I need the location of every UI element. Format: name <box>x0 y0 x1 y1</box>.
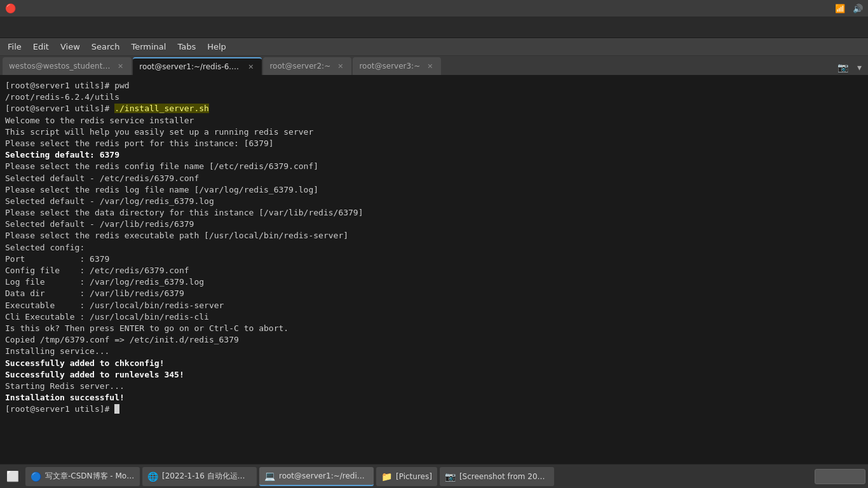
terminal-line: Welcome to the redis service installer <box>5 115 863 126</box>
volume-icon[interactable]: 🔊 <box>853 4 863 13</box>
terminal-line: Please select the redis log file name [/… <box>5 184 863 196</box>
terminal-line: Is this ok? Then press ENTER to go on or… <box>5 323 863 334</box>
applications-menu[interactable]: 🔴 <box>5 3 20 13</box>
tab-label: westos@westos_student73:~/Deskt... <box>9 62 111 71</box>
taskbar-item[interactable]: 💻root@server1:~/redis-6.2... <box>259 467 374 486</box>
terminal-line: /root/redis-6.2.4/utils <box>5 92 863 103</box>
taskbar-item[interactable]: 📁[Pictures] <box>376 467 437 486</box>
menu-item-search[interactable]: Search <box>86 40 125 53</box>
menu-bar: FileEditViewSearchTerminalTabsHelp <box>0 38 868 56</box>
terminal-line: [root@server1 utils]# ./install_server.s… <box>5 103 863 114</box>
taskbar: ⬜ 🔵写文章-CSDN博客 - Mozilla...🌐[2022-1-16 自动… <box>0 464 868 488</box>
tab-close-tab3[interactable]: ✕ <box>336 62 345 71</box>
restore-button[interactable] <box>845 26 853 29</box>
terminal-line: [root@server1 utils]# <box>5 403 863 415</box>
tab-tab1[interactable]: westos@westos_student73:~/Deskt...✕ <box>3 57 132 75</box>
terminal-line: This script will help you easily set up … <box>5 126 863 138</box>
taskbar-icon: 📁 <box>381 471 392 482</box>
menu-item-edit[interactable]: Edit <box>28 40 54 53</box>
taskbar-icon: 🌐 <box>147 471 158 482</box>
terminal-line: Installing service... <box>5 346 863 357</box>
tab-scroll-button[interactable]: ▾ <box>853 61 865 75</box>
tab-tab3[interactable]: root@server2:~✕ <box>263 57 351 75</box>
taskbar-icon: 📷 <box>445 471 456 482</box>
terminal-line: Selected default - /etc/redis/6379.conf <box>5 173 863 184</box>
terminal-line: Data dir : /var/lib/redis/6379 <box>5 288 863 299</box>
terminal-line: Port : 6379 <box>5 254 863 265</box>
menu-item-terminal[interactable]: Terminal <box>126 40 171 53</box>
terminal-line: Selecting default: 6379 <box>5 149 863 161</box>
top-bar-right: 📶 🔊 <box>820 4 863 13</box>
tab-close-tab1[interactable]: ✕ <box>116 62 125 71</box>
taskbar-label: [Pictures] <box>396 472 432 481</box>
terminal-line: Please select the redis executable path … <box>5 230 863 241</box>
terminal-line: Selected default - /var/log/redis_6379.l… <box>5 196 863 207</box>
close-button[interactable] <box>855 26 863 29</box>
show-desktop-button[interactable]: ⬜ <box>3 469 23 484</box>
terminal-line: Selected config: <box>5 242 863 254</box>
terminal-line: Cli Executable : /usr/local/bin/redis-cl… <box>5 311 863 323</box>
terminal-line: Starting Redis server... <box>5 381 863 392</box>
tab-close-tab2[interactable]: ✕ <box>246 62 255 72</box>
menu-item-view[interactable]: View <box>55 40 85 53</box>
fedora-icon: 🔴 <box>5 3 16 13</box>
terminal-line: Installation successful! <box>5 392 863 403</box>
terminal-line: Successfully added to chkconfig! <box>5 358 863 369</box>
title-bar <box>0 17 868 38</box>
tab-tab4[interactable]: root@server3:~✕ <box>353 57 441 75</box>
taskbar-item[interactable]: 🌐[2022-1-16 自动化运维课... <box>142 467 257 486</box>
menu-item-file[interactable]: File <box>3 40 27 53</box>
network-icon[interactable]: 📶 <box>835 4 845 13</box>
taskbar-item[interactable]: 📷[Screenshot from 2022-01-... <box>440 467 554 486</box>
top-system-bar: 🔴 📶 🔊 <box>0 0 868 17</box>
taskbar-label: [2022-1-16 自动化运维课... <box>162 471 252 482</box>
taskbar-label: 写文章-CSDN博客 - Mozilla... <box>45 471 135 482</box>
tab-tab2[interactable]: root@server1:~/redis-6.2.4/utils✕ <box>133 57 262 75</box>
minimize-button[interactable] <box>835 26 843 29</box>
taskbar-items: 🔵写文章-CSDN博客 - Mozilla...🌐[2022-1-16 自动化运… <box>25 467 812 486</box>
tab-bar: westos@westos_student73:~/Deskt...✕root@… <box>0 56 868 76</box>
menu-item-tabs[interactable]: Tabs <box>172 40 201 53</box>
tab-close-tab4[interactable]: ✕ <box>425 62 435 71</box>
tab-label: root@server1:~/redis-6.2.4/utils <box>139 62 241 71</box>
menu-item-help[interactable]: Help <box>202 40 231 53</box>
terminal-line: [root@server1 utils]# pwd <box>5 80 863 92</box>
terminal-line: Log file : /var/log/redis_6379.log <box>5 276 863 288</box>
title-bar-controls <box>835 26 863 29</box>
terminal-area[interactable]: [root@server1 utils]# pwd/root/redis-6.2… <box>0 76 868 464</box>
tab-label: root@server3:~ <box>359 62 420 71</box>
tab-label: root@server2:~ <box>269 62 330 71</box>
terminal-line: Selected default - /var/lib/redis/6379 <box>5 219 863 230</box>
terminal-line: Please select the data directory for thi… <box>5 207 863 219</box>
taskbar-icon: 🔵 <box>31 471 41 482</box>
terminal-line: Please select the redis port for this in… <box>5 138 863 149</box>
taskbar-item[interactable]: 🔵写文章-CSDN博客 - Mozilla... <box>25 467 140 486</box>
terminal-line: Successfully added to runlevels 345! <box>5 369 863 381</box>
terminal-line: Copied /tmp/6379.conf => /etc/init.d/red… <box>5 334 863 346</box>
top-bar-left: 🔴 <box>5 3 40 13</box>
taskbar-label: [Screenshot from 2022-01-... <box>459 472 549 481</box>
terminal-line: Executable : /usr/local/bin/redis-server <box>5 300 863 311</box>
taskbar-icon: 💻 <box>264 471 275 481</box>
taskbar-search[interactable] <box>815 469 865 484</box>
taskbar-label: root@server1:~/redis-6.2... <box>279 471 369 480</box>
new-tab-button[interactable]: 📷 <box>834 61 852 75</box>
terminal-line: Please select the redis config file name… <box>5 161 863 172</box>
terminal-line: Config file : /etc/redis/6379.conf <box>5 265 863 276</box>
